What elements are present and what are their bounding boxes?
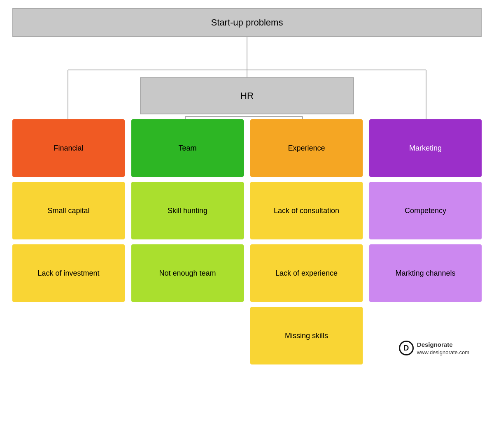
diagram-container: Start-up problems HR: [12, 0, 482, 364]
column-financial: Financial Small capital Lack of investme…: [12, 119, 125, 364]
columns-row: Financial Small capital Lack of investme…: [12, 119, 482, 364]
top-node: Start-up problems: [12, 8, 482, 37]
card-missing-skills: Missing skills: [250, 307, 363, 364]
card-competency: Competency: [369, 182, 482, 239]
card-lack-consultation: Lack of consultation: [250, 182, 363, 239]
card-marketing-channels: Markting channels: [369, 244, 482, 302]
watermark: D Designorate www.designorate.com: [399, 340, 469, 356]
column-marketing: Marketing Competency Markting channels: [369, 119, 482, 364]
column-experience: Experience Lack of consultation Lack of …: [250, 119, 363, 364]
watermark-logo: D: [399, 341, 414, 355]
card-small-capital: Small capital: [12, 182, 125, 239]
card-lack-investment: Lack of investment: [12, 244, 125, 302]
column-team: Team Skill hunting Not enough team: [131, 119, 244, 364]
card-team: Team: [131, 119, 244, 177]
hr-node: HR: [140, 77, 354, 114]
top-node-label: Start-up problems: [211, 17, 283, 28]
card-marketing: Marketing: [369, 119, 482, 177]
card-financial: Financial: [12, 119, 125, 177]
card-lack-experience: Lack of experience: [250, 244, 363, 302]
hr-node-label: HR: [240, 91, 254, 101]
card-skill-hunting: Skill hunting: [131, 182, 244, 239]
card-not-enough-team: Not enough team: [131, 244, 244, 302]
watermark-text: Designorate www.designorate.com: [417, 340, 469, 356]
card-experience: Experience: [250, 119, 363, 177]
